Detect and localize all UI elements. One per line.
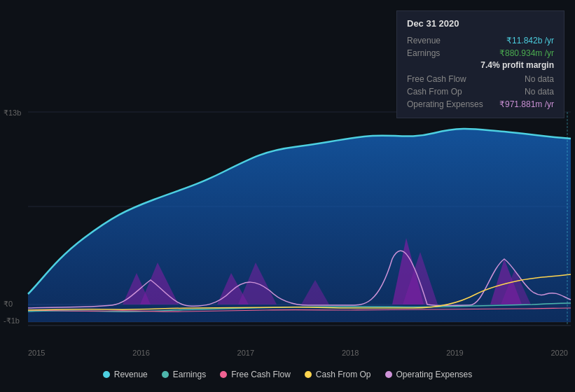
chart-legend: Revenue Earnings Free Cash Flow Cash Fro…	[0, 364, 575, 385]
legend-cashfromop-dot	[305, 371, 312, 378]
tooltip-fcf-label: Free Cash Flow	[407, 74, 466, 84]
tooltip-earnings-label: Earnings	[407, 48, 440, 58]
tooltip-opex-label: Operating Expenses	[407, 99, 483, 109]
tooltip-date: Dec 31 2020	[407, 18, 554, 29]
legend-earnings-dot	[162, 371, 169, 378]
tooltip-cashfromop-value: No data	[525, 87, 554, 97]
tooltip-opex-row: Operating Expenses ₹971.881m /yr	[407, 98, 554, 111]
tooltip-fcf-row: Free Cash Flow No data	[407, 73, 554, 85]
tooltip-revenue-value: ₹11.842b /yr	[506, 36, 554, 46]
y-label-neg1b: -₹1b	[4, 316, 20, 326]
x-label-2016: 2016	[132, 349, 149, 357]
legend-revenue[interactable]: Revenue	[103, 370, 148, 379]
x-axis-labels: 2015 2016 2017 2018 2019 2020	[28, 349, 568, 357]
tooltip-cashfromop-row: Cash From Op No data	[407, 85, 554, 98]
legend-cashfromop[interactable]: Cash From Op	[305, 370, 371, 379]
tooltip-box: Dec 31 2020 Revenue ₹11.842b /yr Earning…	[396, 10, 564, 118]
legend-cashfromop-label: Cash From Op	[316, 370, 371, 379]
legend-opex-dot	[385, 371, 392, 378]
legend-fcf[interactable]: Free Cash Flow	[220, 370, 291, 379]
x-label-2018: 2018	[342, 349, 359, 357]
tooltip-margin-value: 7.4% profit margin	[480, 60, 554, 70]
legend-earnings[interactable]: Earnings	[162, 370, 206, 379]
legend-revenue-label: Revenue	[114, 370, 148, 379]
legend-revenue-dot	[103, 371, 110, 378]
y-label-13b: ₹13b	[4, 108, 21, 118]
tooltip-revenue-row: Revenue ₹11.842b /yr	[407, 34, 554, 47]
tooltip-fcf-value: No data	[525, 74, 554, 84]
x-label-2020: 2020	[550, 349, 567, 357]
x-label-2019: 2019	[446, 349, 463, 357]
x-label-2015: 2015	[28, 349, 45, 357]
tooltip-margin-row: 7.4% profit margin	[407, 59, 554, 73]
tooltip-cashfromop-label: Cash From Op	[407, 87, 462, 97]
legend-fcf-dot	[220, 371, 227, 378]
tooltip-revenue-label: Revenue	[407, 36, 441, 46]
y-label-0: ₹0	[4, 300, 13, 309]
x-label-2017: 2017	[237, 349, 254, 357]
legend-earnings-label: Earnings	[173, 370, 206, 379]
legend-opex-label: Operating Expenses	[396, 370, 473, 379]
legend-opex[interactable]: Operating Expenses	[385, 370, 473, 379]
tooltip-earnings-value: ₹880.934m /yr	[499, 48, 554, 58]
tooltip-opex-value: ₹971.881m /yr	[499, 99, 554, 109]
tooltip-earnings-row: Earnings ₹880.934m /yr	[407, 47, 554, 59]
legend-fcf-label: Free Cash Flow	[231, 370, 291, 379]
